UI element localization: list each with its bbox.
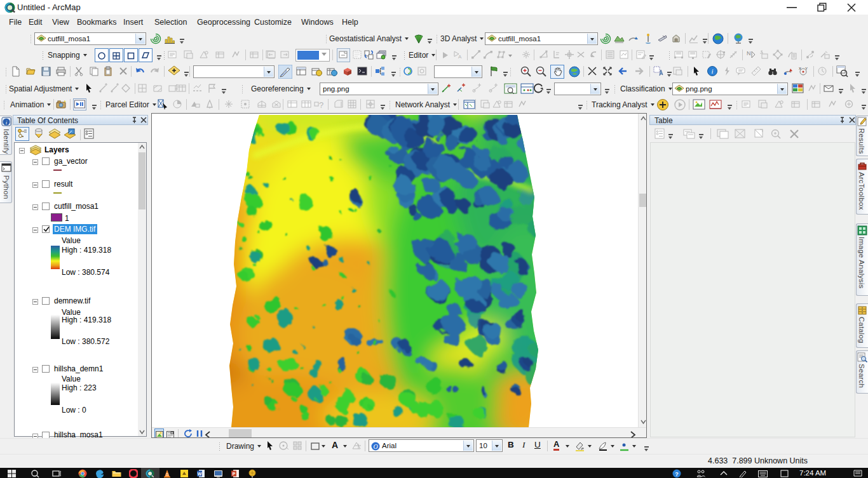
svg-text:Y: Y [805,67,808,70]
svg-text:N: N [747,50,751,56]
svg-text:?: ? [675,471,679,477]
svg-text:P: P [233,472,236,476]
svg-text:?: ? [319,100,323,110]
svg-text:O: O [373,443,377,450]
svg-text:W: W [198,472,202,476]
svg-text:i: i [711,67,713,75]
svg-text:X: X [799,67,801,70]
svg-text:A: A [458,54,462,60]
